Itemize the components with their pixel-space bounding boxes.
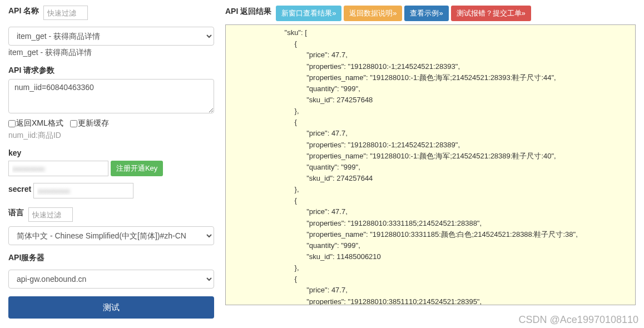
return-desc-button[interactable]: 返回数据说明»	[344, 6, 402, 21]
secret-input[interactable]	[33, 183, 133, 198]
view-example-button[interactable]: 查看示例»	[404, 6, 448, 21]
test-button[interactable]: 测试	[8, 296, 214, 319]
params-help-text: num_iid:商品ID	[8, 131, 214, 141]
api-name-select[interactable]: item_get - 获得商品详情	[8, 27, 214, 46]
key-label: key	[8, 148, 21, 157]
register-key-button[interactable]: 注册开通Key	[111, 161, 163, 176]
api-params-textarea[interactable]: num_iid=60840463360	[8, 79, 214, 113]
lang-filter-input[interactable]	[28, 207, 73, 222]
checkbox-xml-label[interactable]: 返回XML格式	[8, 118, 66, 127]
server-select[interactable]: api-gw.onebound.cn	[8, 270, 214, 289]
api-name-filter-input[interactable]	[43, 6, 88, 20]
lang-label: 语言	[8, 208, 24, 218]
checkbox-refresh-label[interactable]: 更新缓存	[70, 118, 109, 127]
report-error-button[interactable]: 测试报错？提交工单»	[451, 6, 531, 21]
checkbox-xml[interactable]	[8, 120, 16, 127]
result-label: API 返回结果	[225, 7, 271, 17]
checkbox-refresh[interactable]	[70, 120, 77, 127]
server-label: API服务器	[8, 253, 44, 263]
new-window-button[interactable]: 新窗口查看结果»	[276, 6, 341, 21]
api-name-help-text: item_get - 获得商品详情	[8, 48, 214, 58]
result-output[interactable]: "sku": [ { "price": 47.7, "properties": …	[225, 24, 636, 305]
api-name-label: API 名称	[8, 6, 39, 16]
secret-label: secret	[8, 185, 31, 193]
lang-select[interactable]: 简体中文 - Chinese Simplified(中文[简体])#zh-CN	[8, 226, 214, 245]
key-input[interactable]	[8, 161, 108, 176]
api-params-label: API 请求参数	[8, 66, 55, 76]
